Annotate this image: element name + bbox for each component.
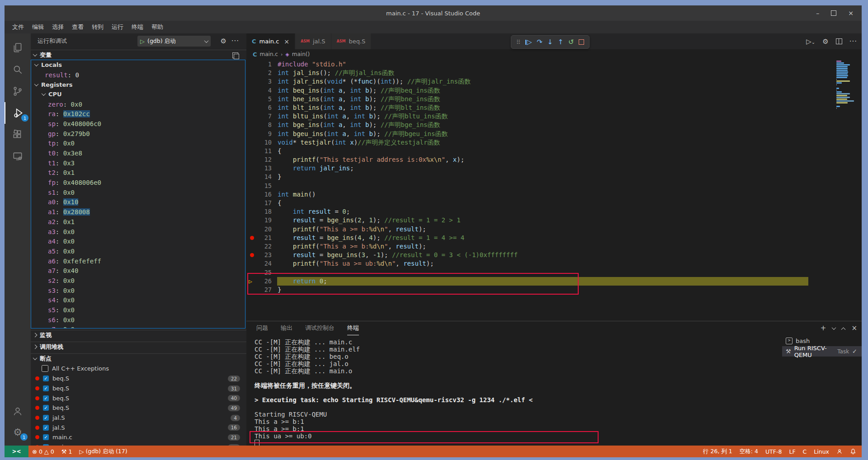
continue-icon[interactable]: ▷ bbox=[525, 38, 532, 46]
terminal-output[interactable]: CC -[M] 正在构建 ... main.cCC -[M] 正在构建 ... … bbox=[255, 338, 779, 447]
code-line[interactable]: 16int main() bbox=[246, 190, 862, 199]
gutter[interactable]: 23 bbox=[246, 251, 278, 259]
menu-item[interactable]: 编辑 bbox=[28, 21, 48, 33]
code-line[interactable]: 15 bbox=[246, 182, 862, 190]
register-row[interactable]: s3: 0x0 bbox=[31, 286, 245, 296]
menu-item[interactable]: 运行 bbox=[108, 21, 127, 33]
code-line[interactable]: 3int jalr_ins(void* (*func)(int)); //声明j… bbox=[246, 77, 862, 86]
gutter[interactable]: 8 bbox=[246, 121, 278, 129]
gutter[interactable]: 13 bbox=[246, 164, 278, 173]
remote-explorer-icon[interactable] bbox=[5, 146, 31, 167]
code-line[interactable]: 1#include "stdio.h" bbox=[246, 60, 862, 69]
breakpoint-dot-icon[interactable] bbox=[250, 236, 254, 240]
register-row[interactable]: a3: 0x0 bbox=[31, 227, 245, 237]
more-actions-icon[interactable]: ··· bbox=[231, 37, 239, 45]
drag-grip-icon[interactable]: ⠿ bbox=[516, 39, 521, 46]
new-terminal-icon[interactable]: + bbox=[821, 324, 826, 332]
breadcrumb[interactable]: C main.c › ◈ main() bbox=[246, 49, 862, 59]
exceptions-row[interactable]: All C++ Exceptions bbox=[31, 364, 246, 374]
gutter[interactable]: 15 bbox=[246, 182, 278, 190]
minimap[interactable] bbox=[836, 61, 858, 109]
register-row[interactable]: s4: 0x0 bbox=[31, 296, 245, 305]
close-panel-icon[interactable]: × bbox=[851, 324, 857, 332]
close-button[interactable]: × bbox=[848, 9, 854, 17]
breakpoint-row[interactable]: ✓beq.S40 bbox=[31, 393, 246, 403]
run-file-icon[interactable]: ▷⌄ bbox=[806, 38, 815, 46]
register-row[interactable]: a5: 0x0 bbox=[31, 246, 245, 256]
stop-icon[interactable] bbox=[579, 39, 584, 45]
language-mode[interactable]: C bbox=[799, 448, 811, 455]
encoding[interactable]: UTF-8 bbox=[762, 448, 785, 455]
feedback-icon[interactable] bbox=[833, 448, 846, 455]
step-into-icon[interactable]: ↓ bbox=[547, 38, 553, 46]
step-out-icon[interactable]: ↑ bbox=[558, 38, 564, 46]
tasks-status[interactable]: ⚒1 bbox=[58, 448, 76, 455]
code-line[interactable]: 22 printf("This a >= b:%d\n", result); bbox=[246, 242, 862, 251]
code-line[interactable]: 8int bge_ins(int a, int b); //声明bge_ins函… bbox=[246, 121, 862, 129]
register-row[interactable]: t2: 0x1 bbox=[31, 168, 245, 178]
register-row[interactable]: a1: 0x28008 bbox=[31, 207, 245, 217]
register-row[interactable]: sp: 0x408006c0 bbox=[31, 119, 245, 129]
register-row[interactable]: gp: 0x279b0 bbox=[31, 129, 245, 139]
cpu-node[interactable]: CPU bbox=[31, 89, 245, 99]
gutter[interactable]: 11 bbox=[246, 147, 278, 155]
gutter[interactable]: 9 bbox=[246, 130, 278, 138]
gutter[interactable]: 22 bbox=[246, 242, 278, 251]
menu-item[interactable]: 帮助 bbox=[147, 21, 167, 33]
watch-section-header[interactable]: 监视 bbox=[31, 330, 246, 340]
gutter[interactable]: 18 bbox=[246, 207, 278, 216]
register-row[interactable]: s5: 0x0 bbox=[31, 305, 245, 315]
terminal-item-task[interactable]: ⚒ Run RISCV-QEMU Task ✓ bbox=[782, 346, 862, 357]
collapse-all-icon[interactable] bbox=[232, 52, 238, 58]
code-line[interactable]: 11{ bbox=[246, 147, 862, 155]
variables-section-header[interactable]: 变量 bbox=[31, 50, 246, 60]
code-line[interactable]: 7int bltu_ins(int a, int b); //声明bltu_in… bbox=[246, 112, 862, 121]
tab-beq.S[interactable]: ASMbeq.S bbox=[331, 33, 372, 49]
menu-item[interactable]: 查看 bbox=[68, 21, 88, 33]
menu-item[interactable]: 终端 bbox=[127, 21, 147, 33]
code-line[interactable]: 23 result = bgeu_ins(3, -1); //result = … bbox=[246, 251, 862, 259]
register-row[interactable]: t0: 0x3e8 bbox=[31, 148, 245, 158]
code-line[interactable]: 18 int result = 0; bbox=[246, 207, 862, 216]
register-row[interactable]: a4: 0x0 bbox=[31, 236, 245, 246]
code-line[interactable]: 19 result = bge_ins(2, 1); //result = 1 … bbox=[246, 216, 862, 225]
panel-tab-问题[interactable]: 问题 bbox=[256, 321, 268, 335]
gutter[interactable]: 17 bbox=[246, 199, 278, 207]
code-line[interactable]: 5int bne_ins(int a, int b); //声明bne_ins函… bbox=[246, 95, 862, 103]
register-row[interactable]: s6: 0x0 bbox=[31, 315, 245, 325]
code-line[interactable]: 6int blt_ins(int a, int b); //声明blt_ins函… bbox=[246, 103, 862, 112]
code-line[interactable]: 13 return jalr_ins; bbox=[246, 164, 862, 173]
remote-indicator[interactable]: >< bbox=[5, 446, 28, 457]
step-over-icon[interactable]: ↷ bbox=[537, 38, 542, 46]
editor-gear-icon[interactable]: ⚙ bbox=[822, 38, 828, 46]
code-line[interactable]: 14} bbox=[246, 173, 862, 181]
breakpoint-row[interactable]: ✓beq.S49 bbox=[31, 403, 246, 413]
gutter[interactable]: 14 bbox=[246, 173, 278, 181]
panel-tab-终端[interactable]: 终端 bbox=[347, 321, 359, 335]
local-variable-row[interactable]: result: 0 bbox=[31, 70, 245, 80]
breakpoint-row[interactable]: ✓beq.S31 bbox=[31, 384, 246, 394]
register-row[interactable]: s2: 0x0 bbox=[31, 276, 245, 286]
start-debug-icon[interactable]: ▷ bbox=[140, 38, 145, 45]
gutter[interactable]: 10 bbox=[246, 138, 278, 147]
register-row[interactable]: a0: 0x10 bbox=[31, 197, 245, 207]
account-icon[interactable] bbox=[5, 400, 31, 422]
launch-config-select[interactable]: ▷ (gdb) 启动 bbox=[137, 36, 211, 47]
breakpoint-row[interactable]: ✓jal.S16 bbox=[31, 422, 246, 432]
debug-status[interactable]: ▷(gdb) 启动 (17) bbox=[75, 448, 131, 455]
gutter[interactable]: 24 bbox=[246, 259, 278, 268]
register-row[interactable]: a6: 0xfefefeff bbox=[31, 256, 245, 266]
split-editor-icon[interactable] bbox=[836, 38, 842, 44]
code-editor[interactable]: 1#include "stdio.h"2int jal_ins(); //声明j… bbox=[246, 59, 862, 321]
menu-item[interactable]: 文件 bbox=[8, 21, 28, 33]
eol[interactable]: LF bbox=[785, 448, 799, 455]
gutter[interactable]: 2 bbox=[246, 69, 278, 77]
gutter[interactable]: 1 bbox=[246, 60, 278, 69]
run-debug-icon[interactable]: 1 bbox=[5, 102, 32, 124]
debug-settings-gear-icon[interactable]: ⚙ bbox=[221, 37, 226, 45]
menu-item[interactable]: 转到 bbox=[88, 21, 108, 33]
gutter[interactable]: 19 bbox=[246, 216, 278, 225]
gutter[interactable]: 5 bbox=[246, 95, 278, 103]
explorer-icon[interactable] bbox=[5, 37, 31, 59]
cursor-position[interactable]: 行 26, 列 1 bbox=[699, 448, 736, 455]
